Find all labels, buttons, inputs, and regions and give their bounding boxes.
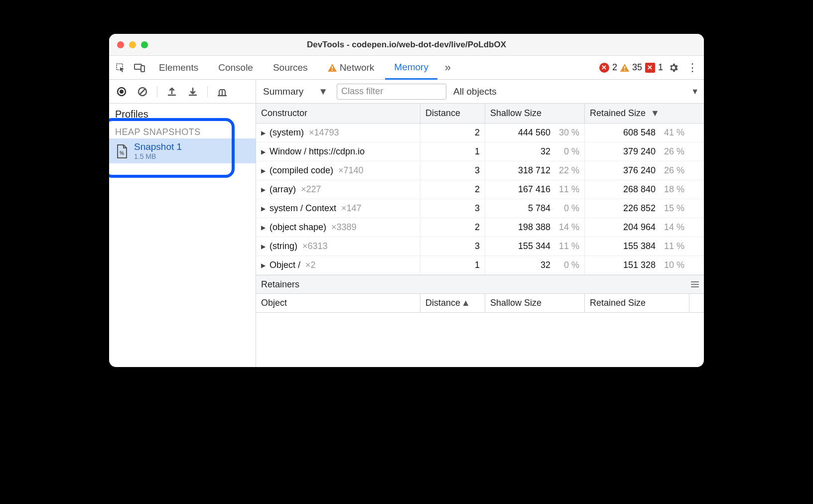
cell-shallow: 444 56030 % [485, 124, 585, 142]
settings-icon[interactable] [665, 62, 682, 73]
cell-shallow: 320 % [485, 142, 585, 161]
profile-actionbar [109, 80, 256, 104]
table-row[interactable]: ▶(string)×63133155 34411 %155 38411 % [256, 237, 704, 256]
collect-garbage-icon[interactable] [214, 83, 231, 100]
devtools-window: DevTools - codepen.io/web-dot-dev/live/P… [109, 34, 704, 367]
ret-col-distance[interactable]: Distance ▲ [420, 294, 485, 312]
svg-line-10 [139, 89, 145, 95]
table-row[interactable]: ▶Object /×21320 %151 32810 % [256, 256, 704, 275]
svg-rect-3 [332, 66, 333, 69]
save-icon[interactable] [184, 83, 201, 100]
table-row[interactable]: ▶(object shape)×33892198 38814 %204 9641… [256, 218, 704, 237]
issue-counters[interactable]: ✕ 2 35 ✕ 1 [599, 62, 663, 73]
cell-constructor: ▶(array)×227 [256, 180, 420, 199]
ret-col-object[interactable]: Object [256, 294, 420, 312]
message-count: 1 [658, 62, 663, 73]
col-distance[interactable]: Distance [420, 104, 485, 123]
disclosure-icon[interactable]: ▶ [261, 129, 266, 136]
constructor-table[interactable]: ▶(system)×147932444 56030 %608 54841 %▶W… [256, 124, 704, 275]
cell-distance: 2 [420, 218, 485, 237]
profiles-label: Profiles [109, 104, 256, 122]
ret-col-distance-label: Distance [425, 298, 460, 308]
tab-network[interactable]: Network [319, 56, 384, 79]
ret-col-retained[interactable]: Retained Size [585, 294, 689, 312]
disclosure-icon[interactable]: ▶ [261, 262, 266, 269]
cell-distance: 3 [420, 237, 485, 255]
error-icon: ✕ [599, 63, 609, 73]
cell-distance: 3 [420, 199, 485, 218]
retainers-title: Retainers [261, 279, 299, 290]
ret-col-shallow[interactable]: Shallow Size [485, 294, 585, 312]
main-panel: Summary ▼ Class filter All objects ▼ Con… [256, 80, 704, 367]
chevron-down-icon: ▼ [318, 86, 328, 97]
table-row[interactable]: ▶(system)×147932444 56030 %608 54841 % [256, 124, 704, 142]
load-icon[interactable] [163, 83, 180, 100]
view-dropdown[interactable]: Summary ▼ [261, 86, 330, 97]
col-constructor[interactable]: Constructor [256, 104, 420, 123]
chevron-down-icon[interactable]: ▼ [691, 87, 699, 96]
cell-constructor: ▶(system)×14793 [256, 124, 420, 142]
col-retained-label: Retained Size [590, 108, 646, 119]
record-icon[interactable] [113, 83, 130, 100]
cell-retained: 268 84018 % [585, 180, 689, 199]
cell-constructor: ▶(string)×6313 [256, 237, 420, 255]
retainers-header: Retainers [256, 275, 704, 294]
clear-icon[interactable] [134, 83, 151, 100]
cell-retained: 155 38411 % [585, 237, 689, 255]
tab-elements[interactable]: Elements [150, 56, 207, 79]
col-shallow[interactable]: Shallow Size [485, 104, 585, 123]
close-icon[interactable] [117, 41, 124, 48]
cell-distance: 3 [420, 161, 485, 180]
device-toggle-icon[interactable] [131, 59, 148, 76]
minimize-icon[interactable] [129, 41, 136, 48]
cell-shallow: 318 71222 % [485, 161, 585, 180]
cell-retained: 376 24026 % [585, 161, 689, 180]
cell-distance: 1 [420, 142, 485, 161]
message-icon: ✕ [645, 63, 655, 73]
svg-text:%: % [120, 150, 124, 156]
tab-console[interactable]: Console [209, 56, 262, 79]
cell-retained: 608 54841 % [585, 124, 689, 142]
cell-shallow: 320 % [485, 256, 585, 274]
table-row[interactable]: ▶system / Context×14735 7840 %226 85215 … [256, 199, 704, 218]
snapshot-item[interactable]: % Snapshot 1 1.5 MB [109, 138, 256, 163]
snapshot-file-icon: % [116, 144, 129, 157]
window-title: DevTools - codepen.io/web-dot-dev/live/P… [307, 40, 506, 50]
cell-retained: 151 32810 % [585, 256, 689, 274]
inspect-icon[interactable] [112, 59, 129, 76]
disclosure-icon[interactable]: ▶ [261, 224, 266, 231]
disclosure-icon[interactable]: ▶ [261, 205, 266, 212]
cell-constructor: ▶Window / https://cdpn.io [256, 142, 420, 161]
tab-sources[interactable]: Sources [264, 56, 317, 79]
heap-snapshots-label: HEAP SNAPSHOTS [109, 122, 256, 138]
sort-asc-icon: ▲ [461, 298, 470, 308]
maximize-icon[interactable] [141, 41, 148, 48]
svg-rect-5 [624, 66, 625, 69]
kebab-icon[interactable]: ⋮ [684, 61, 701, 74]
menu-icon[interactable] [691, 281, 699, 287]
disclosure-icon[interactable]: ▶ [261, 167, 266, 174]
class-filter-placeholder: Class filter [341, 86, 383, 97]
class-filter-input[interactable]: Class filter [337, 84, 446, 100]
table-row[interactable]: ▶(array)×2272167 41611 %268 84018 % [256, 180, 704, 199]
scope-dropdown[interactable]: All objects [453, 86, 497, 97]
table-row[interactable]: ▶(compiled code)×71403318 71222 %376 240… [256, 161, 704, 180]
titlebar: DevTools - codepen.io/web-dot-dev/live/P… [109, 34, 704, 56]
retainers-body [256, 313, 704, 367]
more-tabs-icon[interactable]: » [439, 59, 456, 76]
cell-shallow: 155 34411 % [485, 237, 585, 255]
svg-rect-6 [624, 70, 625, 71]
tab-memory[interactable]: Memory [385, 56, 437, 80]
cell-retained: 379 24026 % [585, 142, 689, 161]
disclosure-icon[interactable]: ▶ [261, 148, 266, 155]
snapshot-name: Snapshot 1 [134, 141, 182, 152]
disclosure-icon[interactable]: ▶ [261, 186, 266, 193]
cell-distance: 2 [420, 180, 485, 199]
col-retained[interactable]: Retained Size ▼ [585, 104, 689, 123]
cell-distance: 2 [420, 124, 485, 142]
tabbar: Elements Console Sources Network Memory … [109, 56, 704, 80]
disclosure-icon[interactable]: ▶ [261, 243, 266, 250]
cell-constructor: ▶Object /×2 [256, 256, 420, 274]
svg-rect-1 [135, 64, 141, 69]
table-row[interactable]: ▶Window / https://cdpn.io1320 %379 24026… [256, 142, 704, 161]
